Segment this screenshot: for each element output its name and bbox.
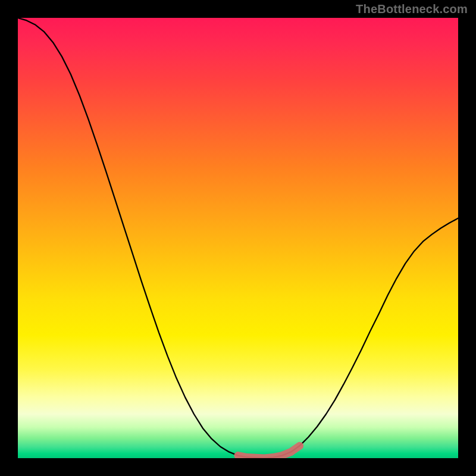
chart-stage: TheBottleneck.com xyxy=(0,0,476,476)
bottleneck-chart-svg xyxy=(18,18,458,458)
optimal-range-highlight xyxy=(238,446,300,458)
plot-area xyxy=(18,18,458,458)
watermark-text: TheBottleneck.com xyxy=(356,2,468,16)
bottleneck-curve xyxy=(18,18,458,458)
